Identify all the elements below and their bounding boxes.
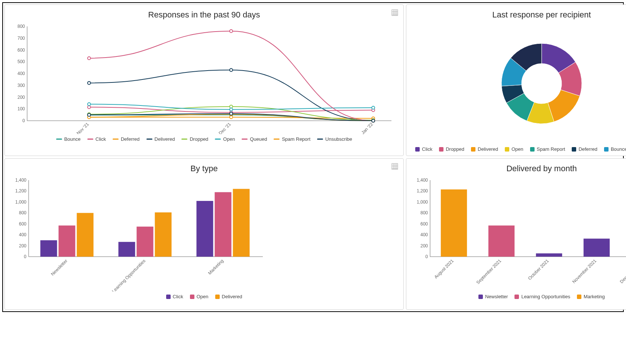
legend-label: Learning Opportunities [521, 294, 570, 299]
panel-delivered-by-month: Delivered by month 02004006008001,0001,2… [406, 158, 626, 310]
legend-item[interactable]: Newsletter [478, 294, 508, 299]
svg-text:400: 400 [17, 71, 25, 76]
legend-item[interactable]: Open [190, 294, 209, 299]
svg-text:1,000: 1,000 [15, 199, 26, 205]
svg-point-39 [230, 30, 233, 33]
svg-text:0: 0 [24, 254, 26, 259]
legend-item[interactable]: Open [215, 136, 235, 142]
legend-label: Dropped [190, 136, 208, 142]
legend-item[interactable]: Marketing [577, 294, 605, 299]
svg-text:Nov '21: Nov '21 [75, 121, 90, 134]
svg-text:Learning Opportunities: Learning Opportunities [111, 258, 146, 292]
svg-text:500: 500 [17, 59, 25, 64]
legend-item[interactable]: Unsubscribe [317, 136, 352, 142]
legend-item[interactable]: Deferred [572, 146, 597, 152]
legend-label: Open [512, 146, 523, 152]
legend-item[interactable]: Open [505, 146, 523, 152]
svg-text:1,200: 1,200 [15, 188, 26, 194]
legend-item[interactable]: Bounce [56, 136, 81, 142]
svg-rect-79 [233, 189, 250, 257]
responses-legend: BounceClickDeferredDeliveredDroppedOpenQ… [10, 136, 398, 142]
legend-label: Delivered [155, 136, 175, 142]
delivered-bar-chart: 02004006008001,0001,2001,400August 2021S… [412, 176, 626, 292]
svg-text:November 2021: November 2021 [571, 258, 598, 285]
svg-rect-103 [584, 238, 610, 257]
svg-text:200: 200 [420, 243, 428, 248]
svg-text:800: 800 [17, 24, 25, 29]
legend-label: Open [223, 136, 235, 142]
bytype-bar-chart: 02004006008001,0001,2001,400NewsletterLe… [10, 176, 398, 292]
legend-item[interactable]: Delivered [215, 294, 242, 299]
table-view-icon[interactable] [391, 163, 398, 170]
svg-text:300: 300 [17, 83, 25, 88]
svg-text:0: 0 [22, 118, 25, 123]
panel-title: Delivered by month [412, 164, 626, 173]
panel-title: Responses in the past 90 days [10, 10, 398, 20]
legend-item[interactable]: Spam Report [530, 146, 565, 152]
svg-point-38 [88, 57, 91, 60]
legend-item[interactable]: Bounce [604, 146, 626, 152]
legend-label: Deferred [121, 136, 140, 142]
svg-text:600: 600 [19, 221, 26, 227]
svg-text:0: 0 [425, 254, 428, 259]
legend-item[interactable]: Delivered [146, 136, 175, 142]
panel-last-response-per-recipient: Last response per recipient ClickDropped… [406, 4, 626, 156]
svg-text:200: 200 [19, 243, 26, 248]
panel-title: Last response per recipient [412, 10, 626, 20]
svg-text:800: 800 [19, 210, 26, 215]
legend-item[interactable]: Queued [242, 136, 267, 142]
svg-text:September 2021: September 2021 [475, 258, 502, 285]
legend-item[interactable]: Click [415, 146, 432, 152]
svg-rect-73 [119, 242, 135, 257]
legend-item[interactable]: Dropped [181, 136, 208, 142]
legend-label: Delivered [478, 146, 498, 152]
svg-text:200: 200 [17, 95, 25, 100]
svg-text:December 2021: December 2021 [619, 258, 626, 285]
svg-text:1,200: 1,200 [417, 188, 428, 194]
svg-rect-78 [215, 192, 232, 257]
legend-label: Dropped [446, 146, 464, 152]
svg-point-36 [230, 108, 233, 111]
bytype-legend: ClickOpenDelivered [10, 294, 398, 299]
delivered-legend: NewsletterLearning OpportunitiesMarketin… [412, 294, 626, 299]
svg-text:1,400: 1,400 [15, 178, 26, 183]
legend-item[interactable]: Deferred [113, 136, 140, 142]
legend-label: Unsubscribe [325, 136, 352, 142]
legend-item[interactable]: Delivered [471, 146, 498, 152]
legend-item[interactable]: Learning Opportunities [514, 294, 570, 299]
svg-rect-97 [441, 189, 467, 257]
svg-point-27 [230, 116, 233, 118]
svg-text:Marketing: Marketing [207, 258, 225, 276]
svg-text:600: 600 [420, 221, 428, 227]
svg-text:1,000: 1,000 [417, 199, 428, 205]
legend-item[interactable]: Dropped [439, 146, 464, 152]
svg-point-33 [230, 105, 233, 108]
donut-chart [412, 23, 626, 144]
svg-rect-69 [41, 240, 57, 257]
legend-label: Deferred [578, 146, 597, 152]
svg-rect-101 [536, 253, 562, 257]
svg-text:800: 800 [420, 210, 428, 215]
svg-point-29 [88, 81, 91, 84]
legend-label: Queued [250, 136, 267, 142]
legend-item[interactable]: Click [87, 136, 106, 142]
table-view-icon[interactable] [391, 9, 398, 16]
svg-rect-75 [155, 212, 172, 257]
legend-label: Click [173, 294, 183, 299]
legend-item[interactable]: Click [166, 294, 183, 299]
legend-item[interactable]: Spam Report [274, 136, 310, 142]
dashboard-grid: Responses in the past 90 days 0100200300… [2, 2, 624, 312]
svg-text:400: 400 [19, 232, 26, 237]
svg-text:700: 700 [17, 36, 25, 41]
responses-line-chart: 0100200300400500600700800Nov '21Dec '21J… [10, 23, 398, 134]
svg-text:Jan '22: Jan '22 [360, 121, 374, 134]
panel-responses-90-days: Responses in the past 90 days 0100200300… [4, 4, 404, 156]
legend-label: Delivered [222, 294, 242, 299]
svg-point-35 [88, 103, 91, 106]
legend-label: Spam Report [282, 136, 310, 142]
svg-text:Dec '21: Dec '21 [218, 121, 232, 134]
legend-label: Open [197, 294, 209, 299]
svg-text:400: 400 [420, 232, 428, 237]
donut-legend: ClickDroppedDeliveredOpenSpam ReportDefe… [412, 146, 626, 152]
svg-point-23 [88, 105, 91, 108]
